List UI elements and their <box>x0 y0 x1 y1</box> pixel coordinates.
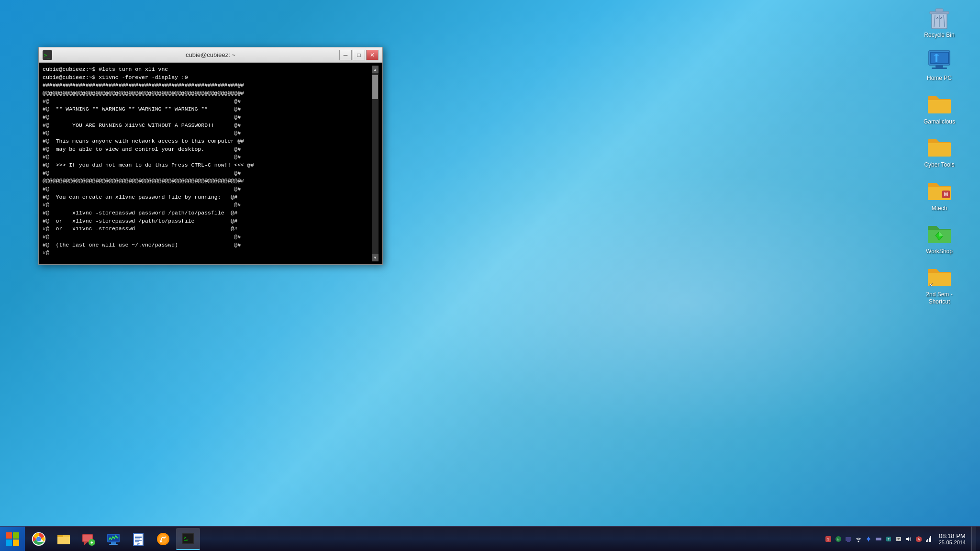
desktop-icon-workshop[interactable]: WorkShop <box>918 221 961 255</box>
desktop: Recycle Bin Home PC <box>0 0 980 551</box>
svg-rect-40 <box>135 540 142 541</box>
desktop-icon-home-pc[interactable]: Home PC <box>918 48 961 81</box>
cyber-tools-label: Cyber Tools <box>924 161 954 168</box>
svg-rect-55 <box>847 541 850 542</box>
recycle-bin-label: Recycle Bin <box>924 32 954 38</box>
desktop-icon-recycle-bin[interactable]: Recycle Bin <box>918 5 961 38</box>
svg-rect-66 <box>929 538 930 542</box>
svg-rect-2 <box>935 9 943 12</box>
taskbar-app-file-manager[interactable] <box>52 528 76 550</box>
system-clock[interactable]: 08:18 PM 25-05-2014 <box>935 532 969 545</box>
svg-rect-54 <box>846 537 851 541</box>
svg-rect-39 <box>135 539 140 540</box>
desktop-icons-container: Recycle Bin Home PC <box>918 5 961 305</box>
taskbar-app-chrome[interactable] <box>27 528 51 550</box>
terminal-close-button[interactable]: ✕ <box>366 50 379 60</box>
tray-icon-3[interactable] <box>844 535 853 543</box>
tray-icons: S N T <box>824 535 933 543</box>
svg-text:N: N <box>837 538 839 541</box>
svg-rect-20 <box>13 540 19 546</box>
svg-rect-25 <box>57 537 70 544</box>
workshop-label: WorkShop <box>926 248 953 255</box>
2nd-sem-folder-icon <box>927 264 952 289</box>
mtech-folder-icon: M <box>927 178 952 203</box>
terminal-body: cubie@cubieez:~$ #lets turn on x11 vnc c… <box>39 63 382 264</box>
svg-point-23 <box>37 537 41 541</box>
svg-text:S: S <box>827 538 829 541</box>
tray-icon-2[interactable]: N <box>834 535 843 543</box>
taskbar-app-monitor[interactable] <box>101 528 125 550</box>
tray-icon-1[interactable]: S <box>824 535 833 543</box>
svg-rect-38 <box>135 537 142 538</box>
tray-icon-5[interactable]: T <box>884 535 893 543</box>
workshop-folder-icon <box>927 221 952 246</box>
svg-text:>_: >_ <box>184 536 189 540</box>
svg-rect-8 <box>931 53 948 63</box>
svg-rect-49 <box>184 540 188 541</box>
clock-time: 08:18 PM <box>939 532 966 540</box>
scrollbar-down-arrow[interactable]: ▼ <box>372 254 379 261</box>
svg-rect-37 <box>135 536 142 537</box>
svg-rect-34 <box>109 544 118 545</box>
system-tray: S N T <box>820 527 980 551</box>
gamalicious-folder-icon <box>927 91 952 116</box>
svg-marker-62 <box>906 537 909 541</box>
tray-icon-6[interactable] <box>894 535 903 543</box>
svg-text:A: A <box>917 538 920 541</box>
terminal-scrollbar[interactable]: ▲ ▼ <box>372 66 379 261</box>
svg-rect-67 <box>930 536 931 542</box>
clock-date: 25-05-2014 <box>939 540 966 545</box>
recycle-bin-icon <box>927 5 952 30</box>
svg-rect-10 <box>932 67 947 69</box>
tray-icon-signal[interactable] <box>924 535 933 543</box>
svg-rect-18 <box>13 532 19 539</box>
tray-icon-antivirus[interactable]: A <box>914 535 923 543</box>
taskbar-app-terminal[interactable]: >_ <box>176 528 200 550</box>
tray-icon-4[interactable] <box>874 535 883 543</box>
show-desktop-button[interactable] <box>971 527 976 551</box>
svg-text:+: + <box>90 540 93 545</box>
gamalicious-label: Gamalicious <box>924 118 955 125</box>
2nd-sem-label: 2nd Sem - Shortcut <box>918 291 961 305</box>
mtech-label: Mtech <box>932 205 947 212</box>
svg-text:W: W <box>137 542 140 545</box>
svg-text:T: T <box>888 538 890 541</box>
home-pc-label: Home PC <box>927 75 952 81</box>
terminal-title-text: cubie@cubieez: ~ <box>39 51 382 58</box>
svg-text:M: M <box>944 192 948 197</box>
taskbar-app-pidgin[interactable]: + <box>77 528 100 550</box>
svg-point-56 <box>858 540 859 542</box>
svg-point-45 <box>160 540 162 542</box>
tray-icon-network[interactable] <box>854 535 863 543</box>
taskbar-apps: + <box>25 528 820 550</box>
desktop-icon-gamalicious[interactable]: Gamalicious <box>918 91 961 125</box>
terminal-controls: ─ □ ✕ <box>339 50 379 60</box>
tray-icon-bluetooth[interactable] <box>864 535 873 543</box>
svg-rect-17 <box>6 532 12 539</box>
svg-rect-65 <box>927 539 928 542</box>
svg-point-44 <box>158 534 168 544</box>
home-pc-icon <box>927 48 952 73</box>
terminal-titlebar: >_ cubie@cubieez: ~ ─ □ ✕ <box>39 47 382 63</box>
terminal-content: cubie@cubieez:~$ #lets turn on x11 vnc c… <box>43 66 372 261</box>
desktop-icon-2nd-sem[interactable]: 2nd Sem - Shortcut <box>918 264 961 305</box>
terminal-maximize-button[interactable]: □ <box>353 50 365 60</box>
start-button[interactable] <box>0 527 25 551</box>
terminal-text: cubie@cubieez:~$ #lets turn on x11 vnc c… <box>43 66 372 257</box>
taskbar-app-writer[interactable]: W <box>126 528 150 550</box>
svg-rect-58 <box>876 538 881 540</box>
desktop-icon-cyber-tools[interactable]: Cyber Tools <box>918 135 961 168</box>
desktop-icon-mtech[interactable]: M Mtech <box>918 178 961 212</box>
tray-icon-volume[interactable] <box>904 535 913 543</box>
cyber-tools-folder-icon <box>927 135 952 159</box>
svg-rect-33 <box>111 542 116 544</box>
terminal-window: >_ cubie@cubieez: ~ ─ □ ✕ cubie@cubieez:… <box>38 47 383 265</box>
svg-rect-19 <box>6 540 12 546</box>
svg-rect-64 <box>926 540 927 542</box>
scrollbar-thumb[interactable] <box>372 75 378 99</box>
svg-rect-9 <box>935 65 943 67</box>
taskbar: + <box>0 526 980 551</box>
terminal-minimize-button[interactable]: ─ <box>339 50 352 60</box>
scrollbar-up-arrow[interactable]: ▲ <box>372 66 379 73</box>
taskbar-app-drawing[interactable] <box>151 528 175 550</box>
